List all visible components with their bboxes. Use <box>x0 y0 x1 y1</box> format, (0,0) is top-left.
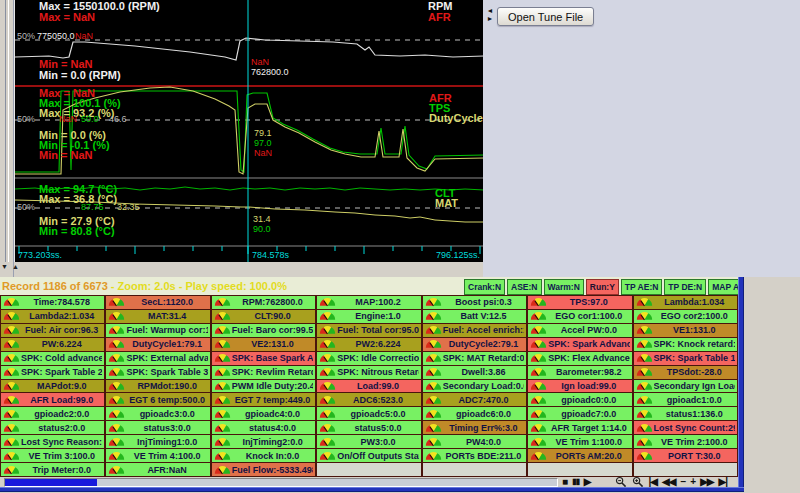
gauge-cell[interactable]: SPK: Spark Advance:2 <box>528 338 631 351</box>
gauge-cell[interactable]: SPK: Flex Advance:0.0 <box>528 352 631 365</box>
gauge-cell[interactable]: Accel PW:0.0 <box>528 324 631 337</box>
gauge-cell[interactable]: MAP:100.2 <box>317 296 420 309</box>
gauge-cell[interactable]: status4:0.0 <box>212 421 315 434</box>
gauge-cell[interactable]: SPK: Revlim Retard:0.0 <box>212 366 315 379</box>
gauge-cell[interactable]: SPK: MAT Retard:0.0 <box>423 352 526 365</box>
gauge-cell[interactable]: ADC7:470.0 <box>423 393 526 406</box>
zoom-in-icon[interactable] <box>632 476 644 488</box>
gauge-cell[interactable]: VE Trim 3:100.0 <box>1 449 104 462</box>
gauge-cell[interactable]: Fuel: Accel enrich:100 <box>423 324 526 337</box>
gauge-cell[interactable]: SPK: Idle Correction A <box>317 352 420 365</box>
gauge-cell[interactable]: SPK: Spark Table 3:0.0 <box>106 366 209 379</box>
gauge-cell[interactable]: status2:0.0 <box>1 421 104 434</box>
gauge-cell[interactable]: AFR Load:99.0 <box>1 393 104 406</box>
gauge-cell[interactable]: gpioadc5:0.0 <box>317 407 420 420</box>
gauge-cell[interactable]: SPK: Spark Table 2:0.0 <box>1 366 104 379</box>
gauge-cell[interactable]: SPK: Cold advance:0.0 <box>1 352 104 365</box>
gauge-cell[interactable]: Knock In:0.0 <box>212 449 315 462</box>
collapse-up-icon[interactable]: ▲ <box>12 263 20 270</box>
gauge-cell[interactable]: MAT:31.4 <box>106 310 209 323</box>
gauge-cell[interactable]: Trip Meter:0.0 <box>1 463 104 476</box>
gauge-cell[interactable]: status5:0.0 <box>317 421 420 434</box>
collapse-down-icon[interactable]: ▼ <box>1 263 9 270</box>
gauge-cell[interactable]: Engine:1.0 <box>317 310 420 323</box>
gauge-cell[interactable]: VE Trim 1:100.0 <box>528 435 631 448</box>
left-splitter-strip[interactable] <box>0 0 14 277</box>
fast-forward-button[interactable]: ▶▶ <box>700 476 713 487</box>
gauge-cell[interactable]: Secondary Load:0.0 <box>423 380 526 393</box>
gauge-cell[interactable]: SPK: Nitrous Retard:0.0 <box>317 366 420 379</box>
gauge-cell[interactable]: gpioadc4:0.0 <box>212 407 315 420</box>
gauge-cell[interactable]: Lost Sync Count:29.0 <box>634 421 737 434</box>
gauge-cell[interactable]: TPS:97.0 <box>528 296 631 309</box>
gauge-cell[interactable]: PORT T:30.0 <box>634 449 737 462</box>
rewind-button[interactable]: ◀◀ <box>662 476 675 487</box>
gauge-cell[interactable]: RPM:762800.0 <box>212 296 315 309</box>
gauge-cell[interactable]: Dwell:3.86 <box>423 366 526 379</box>
gauge-cell[interactable]: Time:784.578 <box>1 296 104 309</box>
gauge-cell[interactable]: SPK: Base Spark Adv <box>212 352 315 365</box>
gauge-cell[interactable]: Fuel: Total cor:95.0 <box>317 324 420 337</box>
zoom-out-icon[interactable] <box>615 476 627 488</box>
gauge-cell[interactable]: VE Trim 2:100.0 <box>634 435 737 448</box>
gauge-cell[interactable]: DutyCycle2:79.1 <box>423 338 526 351</box>
gauge-cell[interactable]: EGO cor2:100.0 <box>634 310 737 323</box>
stop-button[interactable]: ■ <box>562 476 567 487</box>
gauge-cell[interactable]: PORTs BDE:211.0 <box>423 449 526 462</box>
playback-progress-bar[interactable] <box>4 478 558 487</box>
gauge-cell[interactable]: gpioadc7:0.0 <box>528 407 631 420</box>
gauge-cell[interactable]: PW4:0.0 <box>423 435 526 448</box>
gauge-cell[interactable]: SecL:1120.0 <box>106 296 209 309</box>
gauge-cell[interactable]: Batt V:12.5 <box>423 310 526 323</box>
splitter-right-icon[interactable]: ► <box>485 15 495 23</box>
gauge-cell[interactable]: ADC6:523.0 <box>317 393 420 406</box>
gauge-cell[interactable]: PORTs AM:20.0 <box>528 449 631 462</box>
gauge-cell[interactable]: gpioadc6:0.0 <box>423 407 526 420</box>
gauge-cell[interactable]: On/Off Outputs Status <box>317 449 420 462</box>
gauge-cell[interactable]: CLT:90.0 <box>212 310 315 323</box>
gauge-cell[interactable]: Boost psi:0.3 <box>423 296 526 309</box>
gauge-cell[interactable]: InjTiming1:0.0 <box>106 435 209 448</box>
gauge-cell[interactable]: gpioadc3:0.0 <box>106 407 209 420</box>
skip-end-button[interactable]: ▶| <box>719 476 728 487</box>
gauge-cell[interactable]: Fuel: Warmup cor:100. <box>106 324 209 337</box>
gauge-cell[interactable]: status3:0.0 <box>106 421 209 434</box>
skip-start-button[interactable]: |◀ <box>649 476 658 487</box>
gauge-cell[interactable]: Lambda2:1.034 <box>1 310 104 323</box>
gauge-cell[interactable]: AFR:NaN <box>106 463 209 476</box>
gauge-cell[interactable]: PW2:6.224 <box>317 338 420 351</box>
open-tune-file-button[interactable]: Open Tune File <box>497 7 594 26</box>
gauge-cell[interactable]: gpioadc0:0.0 <box>528 393 631 406</box>
gauge-cell[interactable]: RPMdot:190.0 <box>106 380 209 393</box>
gauge-cell[interactable]: Barometer:98.2 <box>528 366 631 379</box>
gauge-cell[interactable]: gpioadc2:0.0 <box>1 407 104 420</box>
play-button[interactable]: ▶ <box>584 476 591 487</box>
gauge-cell[interactable]: PW:6.224 <box>1 338 104 351</box>
log-chart-canvas[interactable]: Max = 1550100.0 (RPM) Max = NaN 50% 7750… <box>14 0 483 262</box>
gauge-cell[interactable]: VE1:131.0 <box>634 324 737 337</box>
gauge-cell[interactable]: status1:136.0 <box>634 407 737 420</box>
gauge-cell[interactable]: Lambda:1.034 <box>634 296 737 309</box>
gauge-cell[interactable]: Timing Err%:3.0 <box>423 421 526 434</box>
gauge-cell[interactable]: PW3:0.0 <box>317 435 420 448</box>
gauge-cell[interactable]: DutyCycle1:79.1 <box>106 338 209 351</box>
gauge-cell[interactable]: gpioadc1:0.0 <box>634 393 737 406</box>
gauge-cell[interactable]: Fuel: Baro cor:99.5 <box>212 324 315 337</box>
gauge-cell[interactable]: EGT 6 temp:500.0 <box>106 393 209 406</box>
gauge-cell[interactable]: Lost Sync Reason:2.0 <box>1 435 104 448</box>
gauge-cell[interactable]: InjTiming2:0.0 <box>212 435 315 448</box>
pause-button[interactable]: ▮▮ <box>572 476 579 487</box>
panel-splitter-arrows[interactable]: ◄ ► <box>485 7 495 23</box>
gauge-cell[interactable]: EGO cor1:100.0 <box>528 310 631 323</box>
gauge-cell[interactable]: Fuel: Air cor:96.3 <box>1 324 104 337</box>
speed-plus-button[interactable]: + <box>690 476 695 487</box>
gauge-cell[interactable]: Fuel Flow:-5333.498 <box>212 463 315 476</box>
gauge-cell[interactable]: SPK: External advance <box>106 352 209 365</box>
gauge-cell[interactable]: VE2:131.0 <box>212 338 315 351</box>
gauge-cell[interactable]: MAPdot:9.0 <box>1 380 104 393</box>
gauge-cell[interactable]: AFR Target 1:14.0 <box>528 421 631 434</box>
gauge-cell[interactable]: TPSdot:-28.0 <box>634 366 737 379</box>
splitter-left-icon[interactable]: ◄ <box>485 7 495 15</box>
gauge-cell[interactable]: VE Trim 4:100.0 <box>106 449 209 462</box>
gauge-cell[interactable]: Ign load:99.0 <box>528 380 631 393</box>
